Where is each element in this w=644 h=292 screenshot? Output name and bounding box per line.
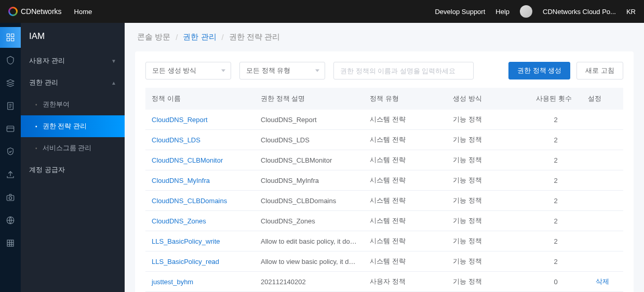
breadcrumb-visit[interactable]: 콘솔 방문 <box>137 32 170 42</box>
table-row: CloudDNS_LDSCloudDNS_LDS시스템 전략기능 정책2 <box>145 130 623 150</box>
policy-creation: 기능 정책 <box>447 110 530 130</box>
policy-count: 2 <box>530 251 582 272</box>
table-row: justtest_byhm202112140202사용자 정책기능 정책0삭제 <box>145 272 623 292</box>
avatar[interactable] <box>520 5 532 18</box>
sidebar-title: IAM <box>21 31 125 50</box>
th-action: 설정 <box>582 88 623 110</box>
sidebar-service-group[interactable]: 서비스그룹 관리 <box>21 137 125 159</box>
type-filter-value: 모든 정책 유형 <box>246 66 290 75</box>
policy-action <box>582 110 623 130</box>
panel: 모든 생성 방식 모든 정책 유형 권한 정책 생성 새로 고침 정책 이름 권… <box>135 51 634 292</box>
table-row: CloudDNS_ReportCloudDNS_Report시스템 전략기능 정… <box>145 110 623 130</box>
breadcrumb-policy: 권한 전략 관리 <box>229 32 280 42</box>
policy-desc: CloudDNS_CLBDomains <box>254 191 364 211</box>
policy-creation: 기능 정책 <box>447 251 530 272</box>
sidebar-user-mgmt-label: 사용자 관리 <box>29 56 65 65</box>
creation-filter-select[interactable]: 모든 생성 방식 <box>145 62 231 79</box>
svg-rect-1 <box>11 34 14 36</box>
policy-count: 2 <box>530 170 582 191</box>
svg-rect-8 <box>7 126 14 132</box>
search-input[interactable] <box>333 62 474 79</box>
rail-stack-icon[interactable] <box>0 73 21 94</box>
sidebar-perm-mgmt[interactable]: 권한 관리 ▲ <box>21 72 125 94</box>
toolbar-actions: 권한 정책 생성 새로 고침 <box>508 62 623 79</box>
policy-desc: CloudDNS_LDS <box>254 130 364 150</box>
th-creation: 생성 방식 <box>447 88 530 110</box>
svg-rect-2 <box>7 38 9 41</box>
th-desc: 권한 정책 설명 <box>254 88 364 110</box>
policy-count: 2 <box>530 130 582 150</box>
brand-text: CDNetworks <box>21 7 62 16</box>
policy-type: 사용자 정책 <box>364 272 447 292</box>
type-filter-select[interactable]: 모든 정책 유형 <box>239 62 325 79</box>
rail-security-icon[interactable] <box>0 141 21 162</box>
sidebar-grant[interactable]: 권한부여 <box>21 94 125 115</box>
policy-desc: 202112140202 <box>254 272 364 292</box>
policy-count: 2 <box>530 231 582 251</box>
sidebar-account-provider-label: 계정 공급자 <box>29 165 65 175</box>
svg-rect-10 <box>7 195 14 201</box>
policy-type: 시스템 전략 <box>364 251 447 272</box>
rail-shield-icon[interactable] <box>0 50 21 71</box>
policy-name-link[interactable]: LLS_BasicPolicy_read <box>145 251 254 272</box>
policy-creation: 기능 정책 <box>447 191 530 211</box>
svg-rect-0 <box>7 34 9 36</box>
table-row: LLS_BasicPolicy_readAllow to view basic … <box>145 251 623 272</box>
table-row: CloudDNS_MyInfraCloudDNS_MyInfra시스템 전략기능… <box>145 170 623 191</box>
sidebar-perm-mgmt-label: 권한 관리 <box>29 78 58 87</box>
policy-name-link[interactable]: justtest_byhm <box>145 272 254 292</box>
rail-globe-icon[interactable] <box>0 210 21 231</box>
sidebar-account-provider[interactable]: 계정 공급자 <box>21 159 125 181</box>
lang-selector[interactable]: KR <box>626 8 636 16</box>
help-link[interactable]: Help <box>495 8 509 16</box>
policy-name-link[interactable]: LLS_BasicPolicy_write <box>145 231 254 251</box>
policy-name-link[interactable]: CloudDNS_CLBDomains <box>145 191 254 211</box>
policy-desc: Allow to edit basic policy, it doesn'... <box>254 231 364 251</box>
policy-action <box>582 211 623 231</box>
policy-count: 2 <box>530 211 582 231</box>
policy-name-link[interactable]: CloudDNS_MyInfra <box>145 170 254 191</box>
rail-document-icon[interactable] <box>0 96 21 116</box>
sidebar-policy-mgmt[interactable]: 권한 전략 관리 <box>21 115 125 137</box>
policy-count: 2 <box>530 110 582 130</box>
home-link[interactable]: Home <box>74 8 92 16</box>
policy-action <box>582 130 623 150</box>
rail-grid-icon[interactable] <box>0 233 21 254</box>
policy-creation: 기능 정책 <box>447 231 530 251</box>
icon-rail <box>0 23 21 292</box>
policy-count: 2 <box>530 150 582 170</box>
policy-type: 시스템 전략 <box>364 150 447 170</box>
policy-type: 시스템 전략 <box>364 170 447 191</box>
sidebar-grant-label: 권한부여 <box>43 100 70 109</box>
chevron-down-icon: ▼ <box>111 58 116 64</box>
user-label[interactable]: CDNetworks Cloud Po... <box>543 8 616 16</box>
policy-creation: 기능 정책 <box>447 150 530 170</box>
policy-table: 정책 이름 권한 정책 설명 정책 유형 생성 방식 사용된 횟수 설정 Clo… <box>145 88 623 292</box>
sidebar-service-group-label: 서비스그룹 관리 <box>43 143 92 153</box>
rail-card-icon[interactable] <box>0 118 21 139</box>
rail-upload-icon[interactable] <box>0 164 21 185</box>
create-policy-button[interactable]: 권한 정책 생성 <box>508 62 570 79</box>
policy-action <box>582 150 623 170</box>
logo-icon <box>8 7 18 16</box>
policy-name-link[interactable]: CloudDNS_Report <box>145 110 254 130</box>
breadcrumb-perm[interactable]: 권한 관리 <box>183 32 216 42</box>
rail-dashboard-icon[interactable] <box>0 27 21 48</box>
policy-creation: 기능 정책 <box>447 170 530 191</box>
sidebar-user-mgmt[interactable]: 사용자 관리 ▼ <box>21 50 125 72</box>
brand-logo[interactable]: CDNetworks <box>8 7 62 16</box>
policy-type: 시스템 전략 <box>364 231 447 251</box>
policy-count: 2 <box>530 191 582 211</box>
policy-name-link[interactable]: CloudDNS_CLBMonitor <box>145 150 254 170</box>
refresh-button[interactable]: 새로 고침 <box>576 62 623 79</box>
sidebar-policy-mgmt-label: 권한 전략 관리 <box>43 122 87 131</box>
rail-camera-icon[interactable] <box>0 187 21 208</box>
policy-name-link[interactable]: CloudDNS_Zones <box>145 211 254 231</box>
top-header: CDNetworks Home Develop Support Help CDN… <box>0 0 644 23</box>
policy-creation: 기능 정책 <box>447 211 530 231</box>
policy-name-link[interactable]: CloudDNS_LDS <box>145 130 254 150</box>
chevron-up-icon: ▲ <box>111 80 116 86</box>
develop-support-link[interactable]: Develop Support <box>435 8 485 16</box>
policy-action[interactable]: 삭제 <box>582 272 623 292</box>
th-name: 정책 이름 <box>145 88 254 110</box>
